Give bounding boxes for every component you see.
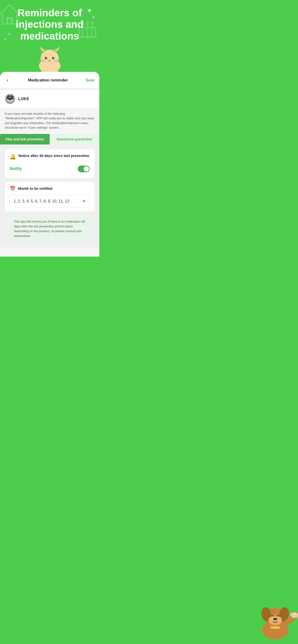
notify-label: Notify (10, 166, 22, 171)
svg-point-23 (41, 50, 59, 68)
svg-point-45 (9, 97, 10, 98)
info-text: If you have not kept records of the foll… (0, 108, 99, 134)
reminder-note: The app will remind you if there is no m… (10, 216, 90, 242)
svg-point-28 (45, 57, 47, 59)
tab-heartworm-prevention[interactable]: Heartworm prevention (50, 134, 99, 144)
pet-row[interactable]: LUKE (0, 90, 99, 108)
svg-point-46 (10, 97, 11, 98)
card-header: ‹ Medication reminder Save (0, 72, 99, 88)
notify-toggle[interactable] (78, 166, 90, 172)
reminder-note-text: The app will remind you if there is no m… (14, 219, 85, 238)
svg-point-32 (49, 60, 51, 61)
notify-row: Notify (10, 164, 90, 174)
hero-title: Reminders of injections and medications (0, 0, 99, 44)
month-title: Month to be notified (18, 186, 52, 190)
svg-point-30 (46, 57, 47, 58)
notify-section-title: Notice after 30 days since last preventi… (19, 153, 89, 158)
month-value: 1, 2, 3, 4, 5, 6, 7, 8, 9, 10, 11, 12 (14, 198, 82, 204)
pet-name: LUKE (18, 97, 29, 101)
svg-point-31 (53, 57, 54, 58)
month-section: 📅 Month to be notified 1, 2, 3, 4, 5, 6,… (5, 182, 95, 212)
tabs-container: Flea and tick prevention Heartworm preve… (0, 134, 99, 144)
save-button[interactable]: Save (86, 78, 95, 82)
month-header: 📅 Month to be notified (10, 186, 90, 192)
content-area: 🔔 Notice after 30 days since last preven… (0, 144, 99, 247)
back-button[interactable]: ‹ (5, 76, 10, 84)
dropdown-arrow-icon: ▼ (82, 199, 86, 203)
tab-flea-prevention[interactable]: Flea and tick prevention (0, 134, 50, 144)
notify-section: 🔔 Notice after 30 days since last preven… (5, 149, 95, 178)
main-card: ‹ Medication reminder Save LUKE If you h… (0, 72, 99, 257)
svg-point-29 (52, 57, 54, 59)
month-dropdown[interactable]: 1, 2, 3, 4, 5, 6, 7, 8, 9, 10, 11, 12 ▼ (10, 195, 90, 208)
bell-icon: 🔔 (10, 154, 16, 160)
svg-point-47 (9, 100, 11, 102)
calendar-icon: 📅 (10, 186, 16, 192)
cat-illustration (0, 46, 99, 74)
section-header: 🔔 Notice after 30 days since last preven… (10, 153, 90, 160)
header-title: Medication reminder (28, 78, 68, 83)
pet-avatar (5, 94, 15, 104)
